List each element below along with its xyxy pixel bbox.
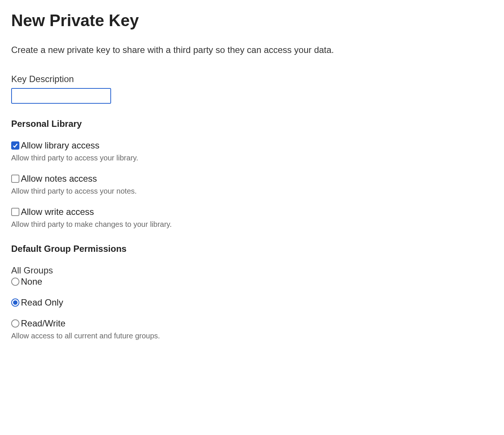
page-description: Create a new private key to share with a… <box>11 45 493 55</box>
all-groups-subheading: All Groups <box>11 265 493 276</box>
option-label: Allow library access <box>21 140 100 151</box>
radio-read-write[interactable] <box>11 319 19 328</box>
key-description-label: Key Description <box>11 74 493 84</box>
option-allow-library-access: Allow library access Allow third party t… <box>11 140 493 162</box>
radio-row-read-only: Read Only <box>11 297 493 308</box>
radio-label: Read Only <box>21 297 63 308</box>
option-label: Allow write access <box>21 207 94 217</box>
check-icon <box>13 143 18 148</box>
radio-none[interactable] <box>11 278 19 286</box>
option-label: Allow notes access <box>21 173 97 184</box>
page-title: New Private Key <box>11 11 493 30</box>
radio-label: Read/Write <box>21 318 66 329</box>
checkbox-allow-notes-access[interactable] <box>11 175 19 183</box>
option-allow-notes-access: Allow notes access Allow third party to … <box>11 173 493 195</box>
option-desc: Allow third party to access your notes. <box>11 187 493 195</box>
radio-read-only[interactable] <box>11 298 19 307</box>
key-description-input[interactable] <box>11 88 111 104</box>
checkbox-allow-library-access[interactable] <box>11 141 19 150</box>
group-permissions-heading: Default Group Permissions <box>11 244 493 254</box>
personal-library-heading: Personal Library <box>11 119 493 129</box>
checkbox-allow-write-access[interactable] <box>11 208 19 216</box>
radio-row-none: None <box>11 276 493 287</box>
option-allow-write-access: Allow write access Allow third party to … <box>11 207 493 229</box>
radio-label: None <box>21 276 42 287</box>
group-permissions-desc: Allow access to all current and future g… <box>11 332 493 340</box>
option-desc: Allow third party to access your library… <box>11 154 493 162</box>
radio-row-read-write: Read/Write <box>11 318 493 329</box>
option-desc: Allow third party to make changes to you… <box>11 220 493 229</box>
